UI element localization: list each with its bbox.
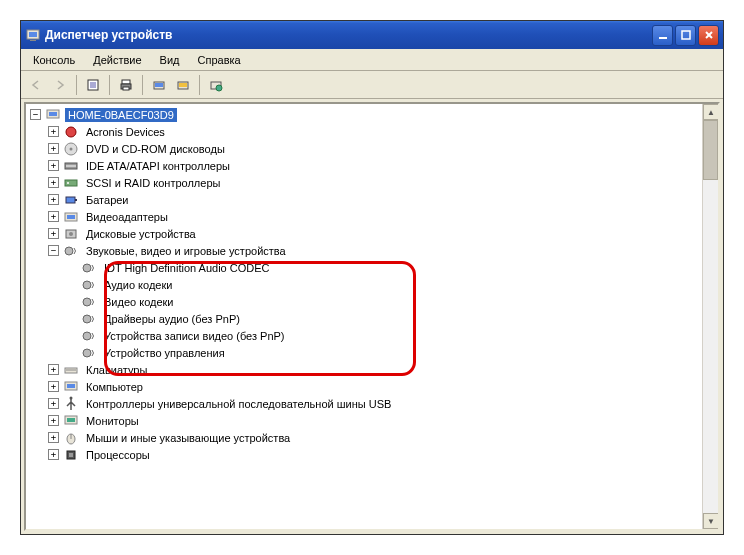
menu-action[interactable]: Действие (85, 52, 149, 68)
menu-console[interactable]: Консоль (25, 52, 83, 68)
category-label[interactable]: Дисковые устройства (83, 227, 199, 241)
device-label[interactable]: Аудио кодеки (101, 278, 175, 292)
menu-help[interactable]: Справка (190, 52, 249, 68)
scroll-up-button[interactable]: ▲ (703, 104, 719, 120)
root-label[interactable]: HOME-0BAECF03D9 (65, 108, 177, 122)
toolbar-separator (199, 75, 200, 95)
svg-rect-30 (75, 199, 77, 201)
collapse-icon[interactable]: − (30, 109, 41, 120)
titlebar[interactable]: Диспетчер устройств (21, 21, 723, 49)
battery-icon (63, 192, 79, 208)
device-tree-pane[interactable]: − HOME-0BAECF03D9 + Acronis Devices + DV… (24, 102, 720, 531)
ide-icon (63, 158, 79, 174)
category-label[interactable]: DVD и CD-ROM дисководы (83, 142, 228, 156)
category-label[interactable]: Батареи (83, 193, 132, 207)
category-label[interactable]: Процессоры (83, 448, 153, 462)
tree-category-computer[interactable]: + Компьютер (48, 378, 718, 395)
category-label[interactable]: Acronis Devices (83, 125, 168, 139)
category-label[interactable]: Клавиатуры (83, 363, 150, 377)
tree-category-video[interactable]: + Видеоадаптеры (48, 208, 718, 225)
collapse-icon[interactable]: − (48, 245, 59, 256)
svg-rect-3 (659, 37, 667, 39)
expand-icon[interactable]: + (48, 126, 59, 137)
category-label[interactable]: IDE ATA/ATAPI контроллеры (83, 159, 233, 173)
expand-icon[interactable]: + (48, 143, 59, 154)
show-hidden-button[interactable] (172, 74, 194, 96)
properties-button[interactable] (82, 74, 104, 96)
tree-category-acronis[interactable]: + Acronis Devices (48, 123, 718, 140)
expand-icon[interactable]: + (48, 449, 59, 460)
device-label[interactable]: Устройство управления (101, 346, 228, 360)
menubar: Консоль Действие Вид Справка (21, 49, 723, 71)
print-button[interactable] (115, 74, 137, 96)
expand-icon[interactable]: + (48, 364, 59, 375)
tree-category-cpu[interactable]: + Процессоры (48, 446, 718, 463)
tree-device-vcodec[interactable]: Видео кодеки (66, 293, 718, 310)
tree-category-ide[interactable]: + IDE ATA/ATAPI контроллеры (48, 157, 718, 174)
expand-icon[interactable]: + (48, 432, 59, 443)
svg-point-22 (66, 127, 76, 137)
computer-icon (45, 107, 61, 123)
scan-hardware-button[interactable] (148, 74, 170, 96)
mouse-icon (63, 430, 79, 446)
tree-root[interactable]: − HOME-0BAECF03D9 (30, 106, 718, 123)
toolbar-separator (142, 75, 143, 95)
expand-icon[interactable]: + (48, 381, 59, 392)
category-label[interactable]: Контроллеры универсальной последовательн… (83, 397, 394, 411)
tree-category-keyboard[interactable]: + Клавиатуры (48, 361, 718, 378)
svg-rect-15 (155, 83, 163, 87)
tree-device-ctrl[interactable]: Устройство управления (66, 344, 718, 361)
tree-category-mouse[interactable]: + Мыши и иные указывающие устройства (48, 429, 718, 446)
expand-icon[interactable]: + (48, 177, 59, 188)
tree-device-acodec[interactable]: Аудио кодеки (66, 276, 718, 293)
svg-point-41 (83, 349, 91, 357)
expand-icon[interactable]: + (48, 228, 59, 239)
device-label[interactable]: Видео кодеки (101, 295, 177, 309)
tree-category-sound[interactable]: − Звуковые, видео и игровые устройства (48, 242, 718, 259)
category-label[interactable]: Мыши и иные указывающие устройства (83, 431, 293, 445)
refresh-button[interactable] (205, 74, 227, 96)
category-label[interactable]: Звуковые, видео и игровые устройства (83, 244, 289, 258)
minimize-button[interactable] (652, 25, 673, 46)
spacer (66, 296, 77, 307)
app-icon (25, 27, 41, 43)
category-label[interactable]: Видеоадаптеры (83, 210, 171, 224)
close-button[interactable] (698, 25, 719, 46)
tree-device-idt[interactable]: IDT High Definition Audio CODEC (66, 259, 718, 276)
tree-category-dvd[interactable]: + DVD и CD-ROM дисководы (48, 140, 718, 157)
device-label[interactable]: Драйверы аудио (без PnP) (101, 312, 243, 326)
maximize-button[interactable] (675, 25, 696, 46)
scroll-thumb[interactable] (703, 120, 718, 180)
expand-icon[interactable]: + (48, 398, 59, 409)
menu-view[interactable]: Вид (152, 52, 188, 68)
expand-icon[interactable]: + (48, 211, 59, 222)
tree-device-vrec[interactable]: Устройства записи видео (без PnP) (66, 327, 718, 344)
tree-category-monitor[interactable]: + Мониторы (48, 412, 718, 429)
tree-category-scsi[interactable]: + SCSI и RAID контроллеры (48, 174, 718, 191)
toolbar-separator (109, 75, 110, 95)
tree-category-battery[interactable]: + Батареи (48, 191, 718, 208)
svg-rect-4 (682, 31, 690, 39)
category-label[interactable]: SCSI и RAID контроллеры (83, 176, 223, 190)
svg-point-28 (67, 182, 69, 184)
forward-button (49, 74, 71, 96)
tree-category-disk[interactable]: + Дисковые устройства (48, 225, 718, 242)
svg-point-34 (69, 232, 73, 236)
expand-icon[interactable]: + (48, 415, 59, 426)
expand-icon[interactable]: + (48, 194, 59, 205)
svg-rect-52 (69, 453, 73, 457)
disk-icon (63, 226, 79, 242)
vertical-scrollbar[interactable]: ▲ ▼ (702, 104, 718, 529)
spacer (66, 313, 77, 324)
spacer (66, 279, 77, 290)
sound-device-icon (81, 328, 97, 344)
tree-device-adriver[interactable]: Драйверы аудио (без PnP) (66, 310, 718, 327)
scroll-down-button[interactable]: ▼ (703, 513, 719, 529)
expand-icon[interactable]: + (48, 160, 59, 171)
device-label[interactable]: Устройства записи видео (без PnP) (101, 329, 288, 343)
category-label[interactable]: Компьютер (83, 380, 146, 394)
category-label[interactable]: Мониторы (83, 414, 142, 428)
device-label[interactable]: IDT High Definition Audio CODEC (101, 261, 272, 275)
tree-category-usb[interactable]: + Контроллеры универсальной последовател… (48, 395, 718, 412)
dvd-icon (63, 141, 79, 157)
